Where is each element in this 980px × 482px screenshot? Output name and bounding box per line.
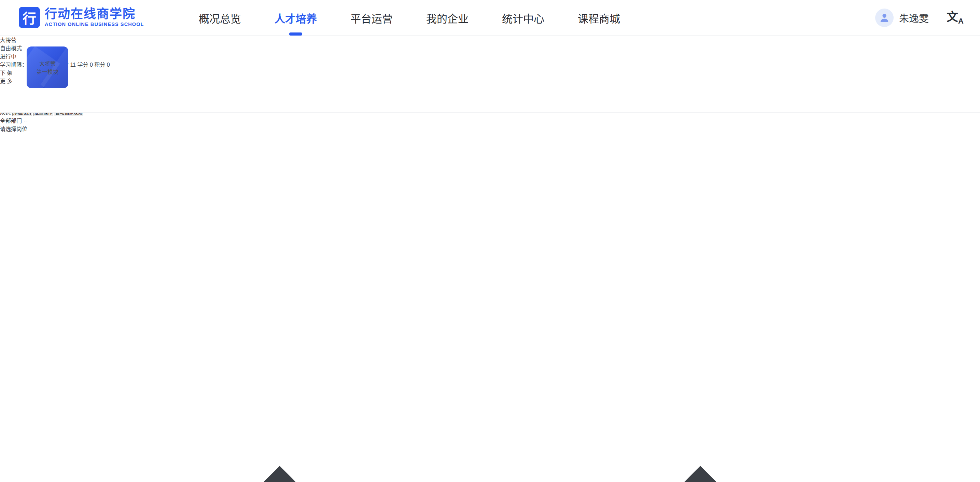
- course-header: 大将营 第一模块 大将营 自由模式 进行中 学习期限： 长期有效 任务数 11 …: [0, 35, 980, 113]
- nav-item-talent-training[interactable]: 人才培养: [275, 0, 317, 35]
- more-button[interactable]: 更 多: [0, 77, 980, 85]
- top-header: 行 行动在线商学院 ACTION ONLINE BUSINESS SCHOOL …: [0, 0, 980, 35]
- members-panel: 成员 添加成员 批量操作 自动指派规则 全部部门 ··· 请选择岗位 全部状态 …: [0, 108, 980, 482]
- nav-item-stats-center[interactable]: 统计中心: [502, 0, 544, 35]
- brand-logo[interactable]: 行 行动在线商学院 ACTION ONLINE BUSINESS SCHOOL: [19, 7, 144, 28]
- user-name[interactable]: 朱逸雯: [899, 11, 929, 25]
- points-pill: 积分 0: [94, 62, 110, 68]
- brand-logo-icon: 行: [19, 7, 40, 28]
- department-filter[interactable]: 全部部门 ···: [0, 116, 980, 124]
- ellipsis-icon: ···: [23, 118, 29, 124]
- course-cover-title: 大将营: [39, 59, 56, 67]
- person-icon: [878, 12, 890, 24]
- course-status-badge: 进行中: [0, 52, 980, 60]
- nav-item-platform-ops[interactable]: 平台运营: [350, 0, 393, 35]
- credit-pill: 学分 0: [77, 62, 92, 68]
- chevron-down-icon: [0, 132, 980, 482]
- study-period-label: 学习期限：: [0, 62, 27, 68]
- position-filter[interactable]: 请选择岗位: [0, 124, 980, 482]
- take-offline-button[interactable]: 下 架: [0, 69, 980, 77]
- brand-name-cn: 行动在线商学院: [45, 7, 144, 21]
- course-cover: 大将营 第一模块: [27, 46, 68, 88]
- active-tab-indicator: [289, 32, 302, 35]
- main-nav: 概况总览 人才培养 平台运营 我的企业 统计中心 课程商城: [199, 0, 654, 35]
- brand-name-en: ACTION ONLINE BUSINESS SCHOOL: [45, 21, 144, 28]
- nav-item-overview[interactable]: 概况总览: [199, 0, 241, 35]
- course-cover-subtitle: 第一模块: [37, 67, 58, 75]
- language-switch-icon[interactable]: 文A: [947, 11, 964, 25]
- course-title: 大将营: [0, 35, 980, 44]
- course-mode-badge: 自由模式: [0, 44, 980, 52]
- user-avatar[interactable]: [875, 8, 894, 27]
- nav-item-course-mall[interactable]: 课程商城: [578, 0, 620, 35]
- nav-item-my-company[interactable]: 我的企业: [426, 0, 468, 35]
